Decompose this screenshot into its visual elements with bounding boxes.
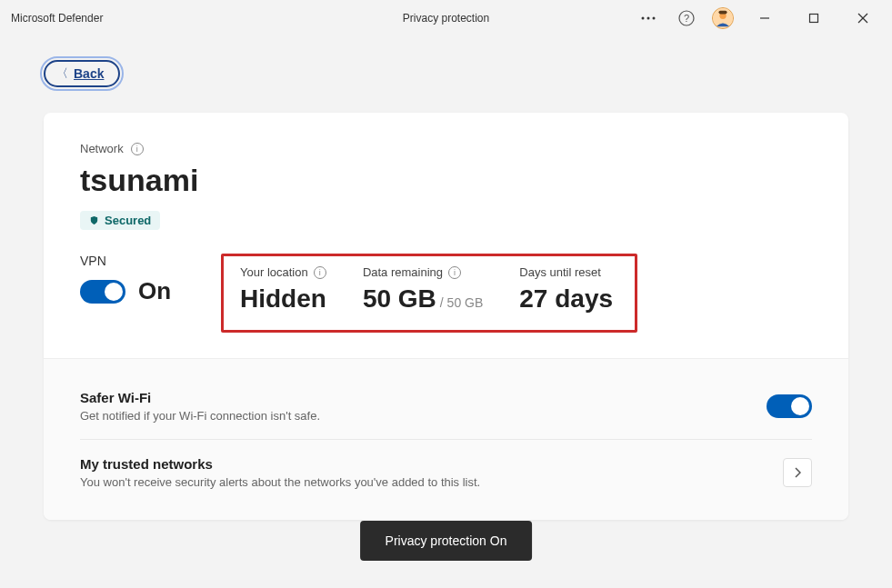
title-bar: Microsoft Defender Privacy protection ? [0,0,892,36]
reset-value: 27 days [519,284,613,314]
chevron-left-icon: 〈 [56,65,68,82]
reset-stat: Days until reset 27 days [519,265,613,314]
vpn-label: VPN [80,254,221,268]
svg-point-2 [653,17,656,20]
status-text: Secured [105,214,151,227]
svg-point-0 [642,17,645,20]
data-stat: Data remaining i 50 GB/ 50 GB [363,265,483,314]
svg-text:?: ? [684,13,689,24]
location-value: Hidden [240,284,326,314]
maximize-button[interactable] [796,5,832,31]
safer-wifi-row: Safer Wi-Fi Get notified if your Wi-Fi c… [80,379,812,434]
network-name: tsunami [80,163,812,198]
vpn-block: VPN On [80,254,221,305]
main-card: Network i tsunami Secured VPN On Your lo… [44,113,848,520]
back-button[interactable]: 〈 Back [44,60,120,87]
toast: Privacy protection On [360,521,533,561]
shield-icon [89,215,99,225]
info-icon[interactable]: i [448,266,461,279]
svg-rect-9 [810,15,818,23]
app-title: Microsoft Defender [11,12,103,25]
info-icon[interactable]: i [314,266,326,279]
vpn-toggle[interactable] [80,280,125,304]
trusted-title: My trusted networks [80,456,783,472]
info-icon[interactable]: i [131,143,144,155]
network-label-row: Network i [80,142,812,155]
location-label: Your location [240,265,308,279]
page-title: Privacy protection [403,12,489,25]
reset-label: Days until reset [519,265,601,279]
back-label: Back [74,66,104,81]
svg-point-1 [647,17,650,20]
safer-wifi-title: Safer Wi-Fi [80,390,767,405]
vpn-state: On [138,277,171,305]
close-button[interactable] [845,5,881,31]
data-value: 50 GB/ 50 GB [363,284,483,314]
status-badge: Secured [80,211,160,230]
avatar[interactable] [712,7,734,29]
trusted-desc: You won't receive security alerts about … [80,475,783,489]
svg-rect-7 [718,11,727,15]
network-label: Network [80,142,124,155]
safer-wifi-toggle[interactable] [767,394,812,418]
minimize-button[interactable] [747,5,783,31]
more-icon[interactable] [636,5,661,31]
safer-wifi-desc: Get notified if your Wi-Fi connection is… [80,409,767,423]
data-label: Data remaining [363,265,443,279]
help-icon[interactable]: ? [674,5,699,31]
location-stat: Your location i Hidden [240,265,326,314]
stats-highlight: Your location i Hidden Data remaining i … [221,254,637,333]
chevron-right-icon[interactable] [783,458,812,487]
trusted-networks-row[interactable]: My trusted networks You won't receive se… [80,439,812,500]
toast-text: Privacy protection On [386,533,507,548]
